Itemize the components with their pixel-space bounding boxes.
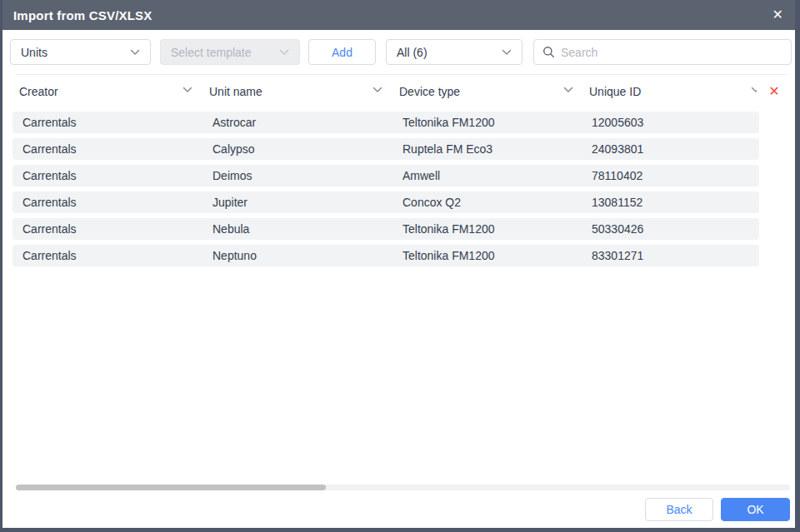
cell-device-type: Teltonika FM1200 <box>402 112 495 133</box>
ok-button-label: OK <box>747 503 763 516</box>
remove-column-icon[interactable]: ✕ <box>763 80 785 102</box>
column-header-unit-name[interactable]: Unit name <box>209 75 399 108</box>
filter-select-value: All (6) <box>397 46 428 59</box>
column-header-unique-id[interactable]: Unique ID <box>589 75 764 108</box>
cell-unique-id: 12005603 <box>592 112 643 133</box>
horizontal-scrollbar-thumb[interactable] <box>16 485 326 490</box>
add-button[interactable]: Add <box>308 39 376 65</box>
column-header-creator[interactable]: Creator <box>19 75 209 108</box>
cell-creator: Carrentals <box>22 218 77 240</box>
chevron-down-icon[interactable] <box>182 87 192 93</box>
cell-creator: Carrentals <box>22 191 77 213</box>
dialog-footer: Back OK <box>2 491 795 528</box>
column-header-device-type[interactable]: Device type <box>399 75 589 108</box>
cell-creator: Carrentals <box>22 245 77 266</box>
column-label: Device type <box>399 85 460 98</box>
chevron-down-icon <box>502 49 512 56</box>
cell-unique-id: 50330426 <box>592 218 643 240</box>
import-dialog: Import from CSV/XLSX ✕ Units Select temp… <box>0 0 800 532</box>
table-row[interactable]: Carrentals Deimos Amwell 78110402 <box>12 165 759 186</box>
chevron-down-icon[interactable] <box>563 87 573 93</box>
search-icon <box>542 46 555 58</box>
template-select[interactable]: Select template <box>160 39 300 65</box>
units-table: Carrentals Astrocar Teltonika FM1200 120… <box>12 112 759 271</box>
cell-unit-name: Astrocar <box>212 112 256 133</box>
table-row[interactable]: Carrentals Neptuno Teltonika FM1200 8330… <box>12 245 759 266</box>
cell-unit-name: Deimos <box>212 165 252 186</box>
close-icon[interactable]: ✕ <box>769 7 787 23</box>
column-label: Unit name <box>209 85 262 98</box>
search-field[interactable] <box>533 39 792 65</box>
column-label: Unique ID <box>589 85 641 98</box>
template-select-placeholder: Select template <box>171 46 252 59</box>
cell-device-type: Teltonika FM1200 <box>402 218 495 240</box>
cell-unit-name: Nebula <box>212 218 249 240</box>
table-row[interactable]: Carrentals Astrocar Teltonika FM1200 120… <box>12 112 759 133</box>
cell-device-type: Teltonika FM1200 <box>402 245 495 266</box>
cell-unique-id: 24093801 <box>592 138 643 160</box>
toolbar: Units Select template Add All (6) <box>10 39 792 65</box>
import-type-value: Units <box>21 46 48 59</box>
cell-creator: Carrentals <box>22 165 77 186</box>
chevron-down-icon[interactable] <box>372 87 382 93</box>
add-button-label: Add <box>332 46 352 59</box>
chevron-down-icon <box>130 49 140 56</box>
cell-unique-id: 13081152 <box>592 191 642 213</box>
cell-unique-id: 78110402 <box>592 165 642 186</box>
table-row[interactable]: Carrentals Jupiter Concox Q2 13081152 <box>12 191 759 213</box>
back-button[interactable]: Back <box>645 498 713 521</box>
chevron-down-icon <box>279 49 289 56</box>
dialog-title: Import from CSV/XLSX <box>13 8 152 22</box>
ok-button[interactable]: OK <box>721 498 790 521</box>
filter-select[interactable]: All (6) <box>386 39 522 65</box>
cell-device-type: Concox Q2 <box>402 191 461 213</box>
table-row[interactable]: Carrentals Nebula Teltonika FM1200 50330… <box>12 218 759 240</box>
cell-unit-name: Calypso <box>212 138 255 160</box>
cell-unit-name: Neptuno <box>212 245 257 266</box>
cell-creator: Carrentals <box>22 138 77 160</box>
search-input[interactable] <box>561 46 782 59</box>
dialog-header: Import from CSV/XLSX ✕ <box>0 0 800 30</box>
import-type-select[interactable]: Units <box>10 39 151 65</box>
table-header: Creator Unit name Device type Unique ID … <box>2 75 795 108</box>
cell-unique-id: 83301271 <box>592 245 643 266</box>
table-row[interactable]: Carrentals Calypso Ruptela FM Eco3 24093… <box>12 138 759 160</box>
column-label: Creator <box>19 85 58 98</box>
cell-device-type: Ruptela FM Eco3 <box>402 138 492 160</box>
horizontal-scrollbar-track[interactable] <box>16 485 790 490</box>
cell-device-type: Amwell <box>402 165 440 186</box>
chevron-down-icon-clipped[interactable] <box>751 87 757 93</box>
cell-unit-name: Jupiter <box>212 191 248 213</box>
cell-creator: Carrentals <box>22 112 77 133</box>
back-button-label: Back <box>666 503 692 516</box>
